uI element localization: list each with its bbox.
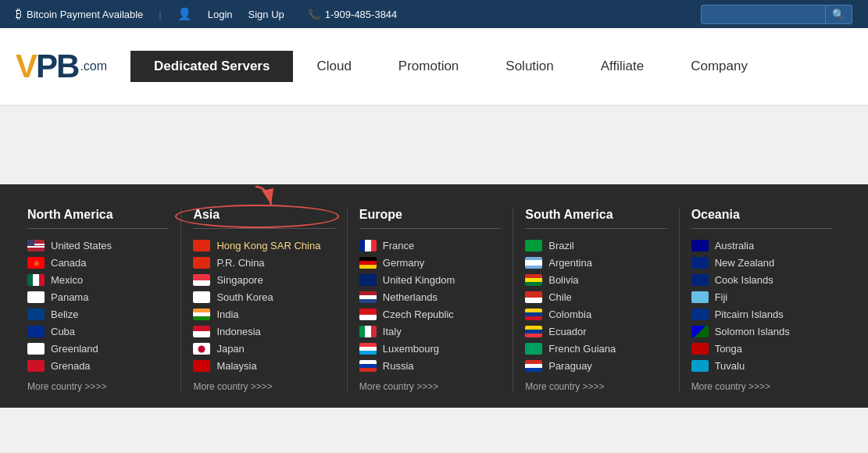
country-uk[interactable]: United Kingdom [359,274,501,286]
flag-nl [359,291,377,303]
flag-ec [525,326,542,337]
nav-item-solution[interactable]: Solution [482,51,577,82]
country-malaysia[interactable]: Malaysia [193,360,334,372]
flag-kr [193,291,210,303]
country-czech[interactable]: Czech Republic [359,309,501,320]
logo[interactable]: VPB .com [16,48,107,85]
flag-cn [193,257,210,269]
country-list-north-america: United States Canada Mexico Panama Beliz… [27,240,169,372]
nav-item-affiliate[interactable]: Affiliate [577,51,667,82]
country-french-guiana[interactable]: French Guiana [525,343,666,355]
country-canada[interactable]: Canada [27,257,169,269]
flag-nz [691,257,709,269]
flag-gb [359,274,377,286]
more-south-america[interactable]: More country >>>> [525,381,666,392]
flag-id [193,326,210,337]
region-north-america: North America United States Canada Mexic… [23,208,181,392]
country-united-states[interactable]: United States [27,240,169,251]
flag-fr [359,240,377,251]
flag-it [359,326,377,337]
flag-gy [525,343,542,355]
country-china[interactable]: P.R. China [193,257,334,269]
country-south-korea[interactable]: South Korea [193,291,334,303]
region-oceania: Oceania Australia New Zealand Cook Islan… [680,208,845,392]
flag-jp [193,343,210,355]
flag-ru [359,360,377,372]
country-brazil[interactable]: Brazil [525,240,666,251]
search-input[interactable] [701,5,826,24]
flag-ck [691,274,709,286]
dropdown-menu: North America United States Canada Mexic… [0,184,868,408]
search-bar[interactable]: 🔍 [701,5,852,24]
more-asia[interactable]: More country >>>> [193,381,334,392]
country-chile[interactable]: Chile [525,291,666,303]
nav-item-dedicated-servers[interactable]: Dedicated Servers [130,51,293,82]
region-title-south-america: South America [525,208,666,229]
country-bolivia[interactable]: Bolivia [525,274,666,286]
country-italy[interactable]: Italy [359,326,501,337]
country-list-asia: Hong Kong SAR China P.R. China Singapore… [193,240,334,372]
country-netherlands[interactable]: Netherlands [359,291,501,303]
region-title-asia: Asia [193,208,334,229]
flag-gl [27,343,45,355]
country-luxembourg[interactable]: Luxembourg [359,343,501,355]
country-new-zealand[interactable]: New Zealand [691,257,833,269]
country-argentina[interactable]: Argentina [525,257,666,269]
more-north-america[interactable]: More country >>>> [27,381,169,392]
country-paraguay[interactable]: Paraguay [525,360,666,372]
country-hong-kong[interactable]: Hong Kong SAR China [193,240,334,251]
bitcoin-notice: ₿ Bitcoin Payment Available [16,7,143,21]
flag-my [193,360,210,372]
phone-icon: 📞 [308,9,320,20]
nav-item-promotion[interactable]: Promotion [375,51,482,82]
flag-lu [359,343,377,355]
region-title-north-america: North America [27,208,169,229]
region-title-oceania: Oceania [691,208,833,229]
country-greenland[interactable]: Greenland [27,343,169,355]
login-button[interactable]: Login [208,9,233,20]
nav-item-company[interactable]: Company [667,51,771,82]
region-south-america: South America Brazil Argentina Bolivia C… [513,208,679,392]
country-japan[interactable]: Japan [193,343,334,355]
country-mexico[interactable]: Mexico [27,274,169,286]
country-belize[interactable]: Belize [27,309,169,320]
country-tuvalu[interactable]: Tuvalu [691,360,833,372]
country-fiji[interactable]: Fiji [691,291,833,303]
country-india[interactable]: India [193,309,334,320]
country-grenada[interactable]: Grenada [27,360,169,372]
nav-menu: Dedicated Servers Cloud Promotion Soluti… [130,51,852,82]
country-ecuador[interactable]: Ecuador [525,326,666,337]
user-icon: 👤 [177,7,192,21]
country-indonesia[interactable]: Indonesia [193,326,334,337]
more-oceania[interactable]: More country >>>> [691,381,833,392]
bitcoin-icon: ₿ [16,7,22,21]
country-singapore[interactable]: Singapore [193,274,334,286]
flag-sb [691,326,709,337]
country-australia[interactable]: Australia [691,240,833,251]
flag-mx [27,274,45,286]
country-list-oceania: Australia New Zealand Cook Islands Fiji … [691,240,833,372]
flag-gd [27,360,45,372]
country-france[interactable]: France [359,240,501,251]
country-germany[interactable]: Germany [359,257,501,269]
country-panama[interactable]: Panama [27,291,169,303]
country-colombia[interactable]: Colombia [525,309,666,320]
country-solomon-islands[interactable]: Solomon Islands [691,326,833,337]
more-europe[interactable]: More country >>>> [359,381,501,392]
flag-ca [27,257,45,269]
flag-to [691,343,709,355]
country-cuba[interactable]: Cuba [27,326,169,337]
signup-button[interactable]: Sign Up [248,9,284,20]
country-russia[interactable]: Russia [359,360,501,372]
search-button[interactable]: 🔍 [826,5,852,24]
flag-fj [691,291,709,303]
country-pitcairn[interactable]: Pitcairn Islands [691,309,833,320]
flag-bo [525,274,542,286]
nav-item-cloud[interactable]: Cloud [293,51,374,82]
country-list-europe: France Germany United Kingdom Netherland… [359,240,501,372]
flag-pn [691,309,709,320]
flag-au [691,240,709,251]
country-tonga[interactable]: Tonga [691,343,833,355]
region-asia: Asia Hong Kong SAR China P.R. China Sing… [181,208,347,392]
country-cook-islands[interactable]: Cook Islands [691,274,833,286]
